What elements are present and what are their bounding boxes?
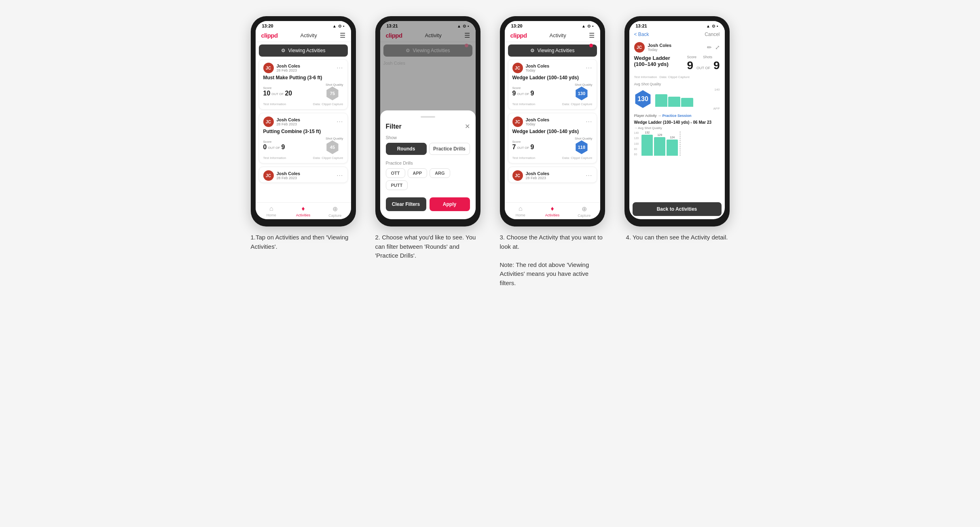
card-header-1-1: JC Josh Coles 28 Feb 2023 ··· (263, 63, 343, 73)
viewing-activities-bar-1[interactable]: ⚙ Viewing Activities (259, 44, 348, 57)
drills-label-2: Practice Drills (386, 161, 470, 165)
session-label-4: Player Activity → Practice Session (634, 114, 720, 118)
shots-val-1-2: 9 (281, 144, 285, 151)
chart-bars-small-4 (655, 92, 720, 107)
stat-score-1-1: Score 10 OUT OF 20 (263, 86, 292, 97)
more-icon-1-3[interactable]: ··· (337, 172, 343, 179)
tag-app-2[interactable]: APP (408, 168, 428, 178)
outof-3-1: OUT OF (517, 92, 529, 97)
footer-info-3-2: Test Information (512, 156, 536, 160)
more-icon-3-1[interactable]: ··· (586, 64, 592, 72)
tag-arg-2[interactable]: ARG (430, 168, 450, 178)
more-icon-3-2[interactable]: ··· (586, 118, 592, 125)
viewing-activities-bar-3[interactable]: ⚙ Viewing Activities (508, 44, 597, 57)
sub-chart-label-4: → Avg Shot Quality (634, 126, 720, 130)
session-link-4[interactable]: Practice Session (663, 114, 692, 118)
home-icon-1: ⌂ (269, 205, 273, 212)
avatar-1-3: JC (263, 170, 274, 181)
footer-info-1-1: Test Information (263, 102, 286, 106)
activity-card-3-3[interactable]: JC Josh Coles 28 Feb 2023 ··· (508, 167, 597, 183)
card-header-3-1: JC Josh Coles Today ··· (512, 63, 593, 73)
tag-ott-2[interactable]: OTT (386, 168, 405, 178)
home-label-3: Home (516, 213, 525, 217)
bottom-nav-1: ⌂ Home ♦ Activities ⊕ Capture (256, 202, 351, 219)
stats-row-1-2: Score 0 OUT OF 9 Shot Quality 45 (263, 137, 343, 154)
time-1: 13:20 (262, 23, 273, 28)
stat-sq-3-2: Shot Quality 118 (575, 137, 593, 154)
score-val-1-1: 10 (263, 90, 271, 97)
info-line1-4: Test Information (634, 75, 657, 79)
activity-card-1-3[interactable]: JC Josh Coles 28 Feb 2023 ··· (259, 167, 348, 183)
detail-user-info-4: JC Josh Coles Today (634, 42, 672, 53)
bottom-nav-capture-3[interactable]: ⊕ Capture (568, 205, 600, 218)
bottom-nav-activities-1[interactable]: ♦ Activities (287, 205, 319, 218)
clear-filters-button-2[interactable]: Clear Filters (386, 197, 426, 211)
shots-col-4: Shots (703, 55, 712, 59)
tab-practice-drills-2[interactable]: Practice Drills (429, 143, 470, 155)
footer-data-3-1: Data: Clippd Capture (562, 102, 593, 106)
sub-bar-3 (667, 140, 678, 156)
avatar-3-1: JC (512, 63, 523, 73)
time-3: 13:20 (511, 23, 523, 28)
chart-x-val-4: APP (713, 107, 720, 110)
capture-icon-1: ⊕ (332, 205, 338, 213)
phone-3-col: 13:20 ▲ ⊙ ▪ clippd Activity ☰ ⚙ Viewin (496, 16, 609, 288)
back-button-4[interactable]: < Back (634, 32, 649, 37)
menu-icon-1[interactable]: ☰ (340, 32, 345, 39)
bottom-nav-capture-1[interactable]: ⊕ Capture (319, 205, 351, 218)
score-col-4: Score (687, 55, 697, 59)
battery-icon-3: ▪ (592, 24, 594, 28)
activity-card-3-1[interactable]: JC Josh Coles Today ··· Wedge Ladder (10… (508, 59, 597, 110)
activity-card-1-2[interactable]: JC Josh Coles 28 Feb 2023 ··· Putting Co… (259, 113, 348, 163)
score-label-3-2: Score (512, 140, 534, 144)
user-date-3-3: 28 Feb 2023 (526, 176, 550, 180)
avatar-1-1: JC (263, 63, 274, 73)
bar-small-3 (681, 98, 693, 107)
phone-1-frame: 13:20 ▲ ⊙ ▪ clippd Activity ☰ ⚙ Viewin (251, 16, 356, 226)
signal-icon-3: ▲ (582, 24, 586, 28)
user-info-3-1: JC Josh Coles Today (512, 63, 550, 73)
stat-score-3-1: Score 9 OUT OF 9 (512, 86, 534, 97)
user-date-1-2: 28 Feb 2023 (277, 122, 301, 126)
phone-4-col: 13:21 ▲ ⊙ ▪ < Back Cancel JC (620, 16, 734, 242)
detail-actions-4: ✏ ⤢ (707, 44, 720, 51)
signal-icon-4: ▲ (706, 24, 710, 28)
more-icon-1-2[interactable]: ··· (337, 118, 343, 125)
bottom-nav-activities-3[interactable]: ♦ Activities (536, 205, 568, 218)
tag-putt-2[interactable]: PUTT (386, 180, 408, 190)
menu-icon-3[interactable]: ☰ (589, 32, 595, 39)
bottom-nav-3: ⌂ Home ♦ Activities ⊕ Capture (505, 202, 600, 219)
tab-rounds-2[interactable]: Rounds (386, 143, 427, 155)
user-date-3-1: Today (526, 68, 550, 72)
battery-icon-4: ▪ (717, 24, 718, 28)
sub-bar-1 (641, 135, 653, 156)
wifi-icon-3: ⊙ (587, 24, 591, 28)
activity-card-3-2[interactable]: JC Josh Coles Today ··· Wedge Ladder (10… (508, 113, 597, 163)
user-details-1-3: Josh Coles 28 Feb 2023 (277, 171, 301, 180)
back-to-activities-button-4[interactable]: Back to Activities (633, 202, 722, 216)
more-icon-3-3[interactable]: ··· (586, 172, 592, 179)
expand-icon-4[interactable]: ⤢ (715, 44, 720, 51)
apply-button-2[interactable]: Apply (430, 197, 470, 211)
cancel-button-4[interactable]: Cancel (705, 32, 720, 37)
chart-scale-4: 140 120 100 80 60 (634, 131, 641, 156)
score-label-1-2: Score (263, 140, 285, 144)
viewing-label-3: Viewing Activities (538, 48, 575, 53)
edit-icon-4[interactable]: ✏ (707, 44, 712, 51)
more-icon-1-1[interactable]: ··· (337, 64, 343, 72)
score-label-4: Score (687, 55, 697, 59)
activity-card-1-1[interactable]: JC Josh Coles 28 Feb 2023 ··· Must Make … (259, 59, 348, 110)
score-val-3-1: 9 (512, 90, 516, 97)
sq-hex-1-2: 45 (326, 140, 339, 154)
filter-icon-1: ⚙ (281, 48, 286, 53)
bottom-nav-home-3[interactable]: ⌂ Home (505, 205, 537, 218)
user-date-1-3: 28 Feb 2023 (277, 176, 301, 180)
user-details-1-1: Josh Coles 28 Feb 2023 (277, 63, 301, 72)
close-icon-2[interactable]: ✕ (465, 123, 470, 130)
score-val-4: 9 (687, 59, 694, 72)
bottom-nav-home-1[interactable]: ⌂ Home (256, 205, 288, 218)
detail-user-details-4: Josh Coles Today (648, 43, 672, 52)
caption-4: 4. You can then see the Activity detail. (626, 233, 728, 242)
bar-small-2 (668, 97, 680, 107)
activity-title-3-1: Wedge Ladder (100–140 yds) (512, 75, 593, 80)
